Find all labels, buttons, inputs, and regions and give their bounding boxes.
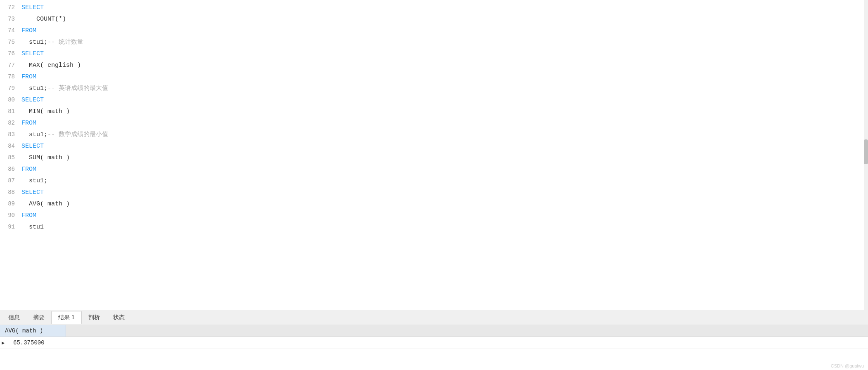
code-line: 86FROM <box>0 163 868 175</box>
code-token: AVG( math ) <box>21 200 70 207</box>
code-container[interactable]: 72SELECT73 COUNT(*)74FROM75 stu1;-- 统计数量… <box>0 0 868 310</box>
line-number: 72 <box>0 2 21 13</box>
code-token: -- 数学成绩的最小值 <box>47 131 108 138</box>
result-cell-value: 65.375000 <box>8 337 74 349</box>
line-content: FROM <box>21 210 868 222</box>
line-content: SELECT <box>21 141 868 152</box>
line-number: 87 <box>0 175 21 186</box>
tab-信息[interactable]: 信息 <box>2 311 26 324</box>
code-token: stu1 <box>21 224 44 231</box>
code-token: -- 统计数量 <box>47 39 83 46</box>
line-number: 78 <box>0 71 21 82</box>
scrollbar-track[interactable] <box>864 0 868 310</box>
line-content: SELECT <box>21 94 868 106</box>
code-line: 84SELECT <box>0 140 868 152</box>
line-content: SUM( math ) <box>21 152 868 164</box>
code-token: MAX( english ) <box>21 62 81 69</box>
editor-area: 72SELECT73 COUNT(*)74FROM75 stu1;-- 统计数量… <box>0 0 868 310</box>
code-token: SELECT <box>21 4 44 11</box>
line-number: 89 <box>0 198 21 210</box>
code-line: 88SELECT <box>0 186 868 198</box>
code-line: 87 stu1; <box>0 175 868 186</box>
code-line: 72SELECT <box>0 2 868 13</box>
code-token: stu1; <box>21 131 47 138</box>
code-line: 90FROM <box>0 210 868 221</box>
line-number: 73 <box>0 13 21 25</box>
line-content: stu1;-- 英语成绩的最大值 <box>21 83 868 94</box>
tab-结果 1[interactable]: 结果 1 <box>51 311 82 324</box>
code-line: 81 MIN( math ) <box>0 106 868 117</box>
code-line: 73 COUNT(*) <box>0 13 868 25</box>
tab-状态[interactable]: 状态 <box>107 311 131 324</box>
line-content: FROM <box>21 71 868 83</box>
code-token: stu1; <box>21 177 47 184</box>
line-content: MIN( math ) <box>21 106 868 118</box>
watermark: CSDN @guaiwu <box>831 363 864 368</box>
code-line: 77 MAX( english ) <box>0 59 868 71</box>
code-token: -- 英语成绩的最大值 <box>47 85 108 92</box>
line-content: SELECT <box>21 48 868 60</box>
line-content: SELECT <box>21 187 868 198</box>
line-content: FROM <box>21 118 868 129</box>
line-number: 90 <box>0 210 21 221</box>
line-number: 82 <box>0 117 21 129</box>
code-token: FROM <box>21 73 36 80</box>
line-number: 85 <box>0 152 21 163</box>
bottom-tabs: 信息摘要结果 1剖析状态 <box>0 310 868 325</box>
result-data-row: ▶ 65.375000 <box>0 337 868 349</box>
code-token: SELECT <box>21 189 44 196</box>
line-number: 81 <box>0 106 21 117</box>
code-token: SELECT <box>21 97 44 104</box>
code-line: 85 SUM( math ) <box>0 152 868 163</box>
line-content: stu1;-- 数学成绩的最小值 <box>21 129 868 141</box>
code-line: 79 stu1;-- 英语成绩的最大值 <box>0 82 868 94</box>
line-content: FROM <box>21 164 868 175</box>
line-number: 80 <box>0 94 21 106</box>
tab-摘要[interactable]: 摘要 <box>26 311 51 324</box>
line-content: COUNT(*) <box>21 14 868 25</box>
line-number: 84 <box>0 140 21 152</box>
code-line: 74FROM <box>0 25 868 36</box>
result-header-row: AVG( math ) <box>0 325 868 337</box>
code-line: 75 stu1;-- 统计数量 <box>0 36 868 48</box>
code-line: 82FROM <box>0 117 868 129</box>
line-content: FROM <box>21 25 868 37</box>
code-token: FROM <box>21 166 36 173</box>
code-token: stu1; <box>21 85 47 92</box>
scrollbar-thumb[interactable] <box>864 139 868 164</box>
line-content: stu1; <box>21 175 868 187</box>
result-area: AVG( math ) ▶ 65.375000 <box>0 325 868 370</box>
code-token: SUM( math ) <box>21 154 70 161</box>
code-token: COUNT(*) <box>21 16 66 23</box>
code-line: 76SELECT <box>0 48 868 59</box>
code-token: FROM <box>21 27 36 34</box>
code-token: FROM <box>21 212 36 219</box>
code-token: stu1; <box>21 39 47 46</box>
line-number: 77 <box>0 59 21 71</box>
row-arrow: ▶ <box>0 340 8 346</box>
line-content: stu1;-- 统计数量 <box>21 37 868 48</box>
code-token: FROM <box>21 120 36 127</box>
line-content: SELECT <box>21 2 868 14</box>
code-line: 91 stu1 <box>0 221 868 233</box>
result-table: AVG( math ) ▶ 65.375000 <box>0 325 868 370</box>
code-line: 78FROM <box>0 71 868 82</box>
line-number: 74 <box>0 25 21 36</box>
code-line: 80SELECT <box>0 94 868 106</box>
code-token: SELECT <box>21 143 44 150</box>
line-number: 86 <box>0 163 21 175</box>
result-column-header: AVG( math ) <box>0 325 66 337</box>
line-number: 88 <box>0 186 21 198</box>
line-number: 79 <box>0 82 21 94</box>
line-content: stu1 <box>21 222 868 233</box>
code-token: MIN( math ) <box>21 108 70 115</box>
line-content: MAX( english ) <box>21 60 868 71</box>
code-line: 89 AVG( math ) <box>0 198 868 210</box>
code-line: 83 stu1;-- 数学成绩的最小值 <box>0 129 868 140</box>
line-number: 83 <box>0 129 21 140</box>
code-token: SELECT <box>21 50 44 57</box>
tab-剖析[interactable]: 剖析 <box>82 311 107 324</box>
line-number: 75 <box>0 36 21 48</box>
line-content: AVG( math ) <box>21 198 868 210</box>
line-number: 76 <box>0 48 21 59</box>
